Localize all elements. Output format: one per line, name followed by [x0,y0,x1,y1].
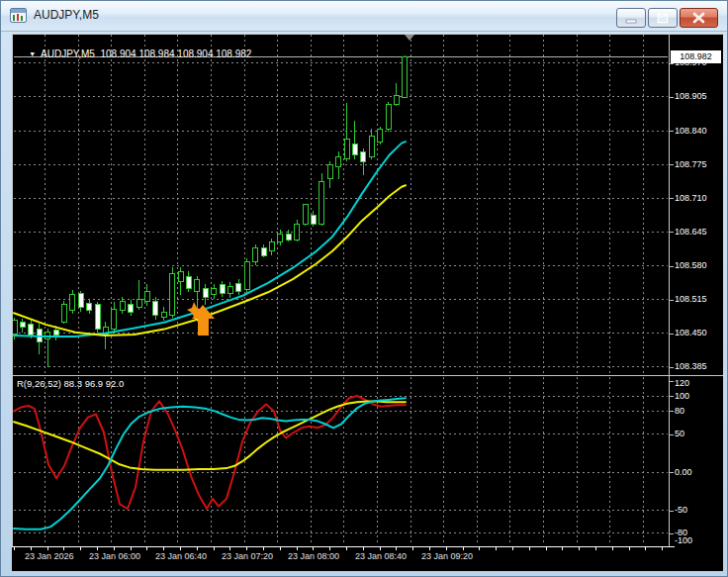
candle-body [78,294,83,307]
time-axis-label: 23 Jan 08:00 [288,551,339,561]
candle-body [212,289,217,295]
candle-body [178,271,183,282]
terminal-window: AUDJPY,M5 ▼AUDJPY,M5 108.904 108.984 108… [0,0,728,577]
candle-body [369,137,374,156]
candle-body [13,320,17,335]
time-axis-tick [579,547,580,550]
time-axis-tick [380,547,381,550]
time-axis-tick [595,547,596,550]
chart-info-bar: ▼AUDJPY,M5 108.904 108.984 108.904 108.9… [18,38,251,70]
candle-body [220,284,225,293]
restore-button[interactable] [648,8,678,28]
candle-body [327,164,332,178]
time-axis-tick [662,547,663,550]
time-axis-label: 23 Jan 08:40 [355,551,407,561]
time-axis-tick [263,547,264,550]
price-axis-label: 108.710 [675,193,707,204]
pane-frame-top [12,34,723,35]
candle-body [186,277,191,289]
axis-tick [670,131,674,132]
time-axis[interactable]: 23 Jan 202623 Jan 06:0023 Jan 06:4023 Ja… [12,546,675,572]
candle-body [120,302,125,310]
candle-body [87,304,92,310]
candle-body [95,305,100,330]
r-red [14,396,406,509]
restore-icon [649,9,677,27]
title-bar[interactable]: AUDJPY,M5 [1,1,727,32]
time-axis-tick [214,547,215,550]
time-axis-tick [229,547,230,550]
candle-body [253,248,258,262]
time-axis-tick [396,547,397,550]
pane-separator[interactable] [12,375,723,376]
axis-tick [670,434,674,435]
candle-body [161,312,166,317]
time-axis-tick [463,547,464,550]
time-axis-tick [146,547,147,550]
main-chart-pane[interactable] [13,35,669,375]
time-axis-tick [114,547,115,550]
time-axis-tick [313,547,314,550]
time-axis-tick [562,547,563,550]
candle-body [61,305,66,322]
time-axis-tick [529,547,530,550]
r-cyan [14,398,406,529]
indicator-axis-label: 50 [675,429,684,439]
candle-body [112,309,117,329]
axis-tick [670,533,674,534]
candle-body [129,305,134,312]
candle-body [53,331,58,336]
axis-tick [670,164,674,165]
window-title: AUDJPY,M5 [34,8,99,22]
time-axis-tick [246,547,247,550]
indicator-axis-label: 0.00 [675,467,692,478]
price-axis-border[interactable] [669,34,670,546]
axis-tick [670,97,674,98]
candle-body [236,284,241,292]
candle-body [20,322,25,327]
candle-body [144,292,149,302]
time-axis-tick [546,547,547,550]
candle-body [311,215,316,224]
chart-window-icon[interactable] [10,8,27,23]
time-axis-tick [47,547,48,550]
indicator-axis-label: -100 [675,535,692,546]
price-axis-label: 108.645 [675,227,707,238]
price-axis-label: 108.775 [675,159,707,170]
close-button[interactable] [680,8,718,28]
time-axis-tick [63,547,64,550]
time-axis-tick [97,547,98,550]
minimize-icon [617,9,645,27]
pane-frame-left [12,34,13,546]
time-axis-label: 23 Jan 06:00 [89,551,140,561]
time-axis-tick [31,547,32,550]
minimize-button[interactable] [616,8,646,28]
time-axis-tick [197,547,198,550]
axis-tick [670,300,674,301]
candle-body [378,129,383,142]
axis-tick [670,396,674,397]
time-axis-tick [297,547,298,550]
candle-body [261,248,266,255]
time-axis-tick [612,547,613,550]
axis-tick [670,511,674,512]
close-icon [681,9,717,27]
candle-body [269,241,274,250]
candle-body [403,57,408,98]
indicator-info-bar: R(9,26,52) 88.3 96.9 92.0 [17,378,124,389]
time-axis-tick [280,547,281,550]
indicator-pane[interactable] [13,376,669,546]
candle-body [295,224,300,240]
price-axis-label: 108.385 [675,361,707,372]
candle-body [319,182,324,225]
candle-body [70,295,75,310]
candle-body [386,104,391,129]
candle-body [352,144,357,155]
time-axis-tick [479,547,480,550]
symbol-dropdown-icon[interactable]: ▼ [29,50,36,57]
candle-body [394,96,399,104]
axis-tick [670,367,674,368]
time-axis-label: 23 Jan 07:20 [222,551,273,561]
time-axis-tick [180,547,181,550]
time-axis-tick [329,547,330,550]
